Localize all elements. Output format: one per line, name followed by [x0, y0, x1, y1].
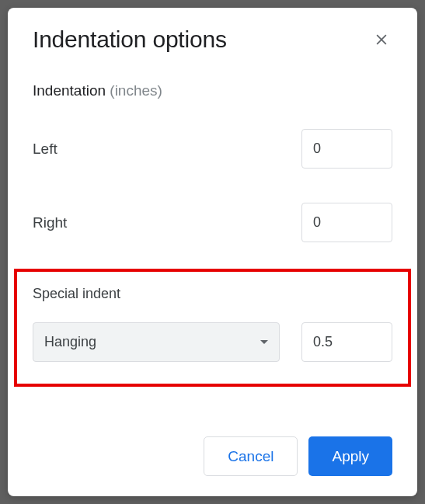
special-indent-row: Hanging [33, 322, 392, 362]
right-indent-input[interactable] [301, 203, 392, 242]
special-indent-input[interactable] [301, 322, 392, 362]
chevron-down-icon [260, 340, 268, 344]
indentation-options-dialog: Indentation options Indentation (inches)… [8, 8, 417, 496]
cancel-button[interactable]: Cancel [204, 436, 298, 476]
left-indent-row: Left [33, 129, 392, 169]
left-indent-label: Left [33, 141, 57, 158]
indentation-unit: (inches) [110, 82, 162, 99]
dialog-actions: Cancel Apply [204, 436, 392, 476]
close-button[interactable] [371, 29, 392, 50]
indentation-label: Indentation [33, 82, 106, 99]
special-indent-dropdown[interactable]: Hanging [33, 322, 280, 362]
special-indent-section: Special indent Hanging [14, 269, 411, 387]
indentation-section-header: Indentation (inches) [33, 82, 392, 99]
special-indent-selected: Hanging [44, 334, 96, 350]
right-indent-label: Right [33, 214, 67, 231]
special-indent-label: Special indent [33, 286, 392, 302]
apply-button[interactable]: Apply [308, 436, 392, 476]
right-indent-row: Right [33, 203, 392, 242]
close-icon [374, 32, 389, 47]
dialog-header: Indentation options [33, 26, 392, 53]
left-indent-input[interactable] [301, 129, 392, 169]
dialog-title: Indentation options [33, 26, 227, 53]
